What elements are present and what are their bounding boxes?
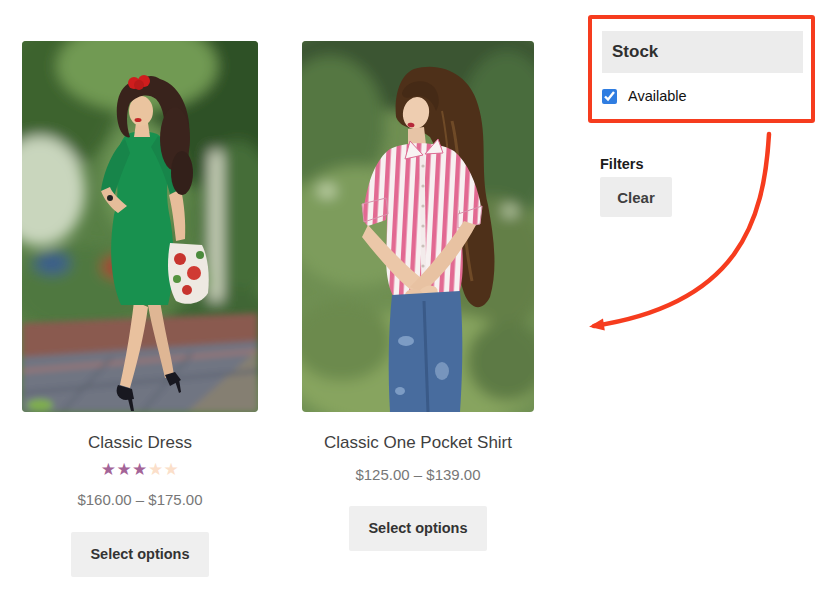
clear-filters-button[interactable]: Clear: [600, 177, 672, 217]
annotation-curved-arrow: [560, 120, 820, 350]
product-listing-page: Classic Dress ★★★★★ $160.00 – $175.00 Se…: [0, 0, 820, 600]
product-image-classic-dress[interactable]: [22, 41, 258, 412]
star-rating: ★★★★★: [101, 461, 180, 479]
green-dress-photo-illustration: [22, 41, 258, 412]
product-title[interactable]: Classic One Pocket Shirt: [324, 433, 512, 453]
pink-shirt-photo-illustration: [302, 41, 534, 412]
available-label: Available: [628, 88, 687, 104]
stock-widget-header: Stock: [602, 31, 803, 73]
product-price: $125.00 – $139.00: [355, 466, 480, 483]
product-card-classic-dress: Classic Dress ★★★★★ $160.00 – $175.00 Se…: [22, 41, 258, 577]
product-price: $160.00 – $175.00: [77, 491, 202, 508]
stock-available-option[interactable]: Available: [602, 88, 687, 104]
filters-heading: Filters: [600, 156, 644, 172]
available-checkbox[interactable]: [602, 89, 617, 104]
select-options-button[interactable]: Select options: [71, 532, 208, 577]
product-image-classic-one-pocket-shirt[interactable]: [302, 41, 534, 412]
product-card-classic-one-pocket-shirt: Classic One Pocket Shirt $125.00 – $139.…: [302, 41, 534, 551]
empty-stars-icon: ★★: [148, 460, 179, 479]
select-options-button[interactable]: Select options: [349, 506, 486, 551]
filled-stars-icon: ★★★: [101, 460, 148, 479]
product-title[interactable]: Classic Dress: [88, 433, 192, 453]
